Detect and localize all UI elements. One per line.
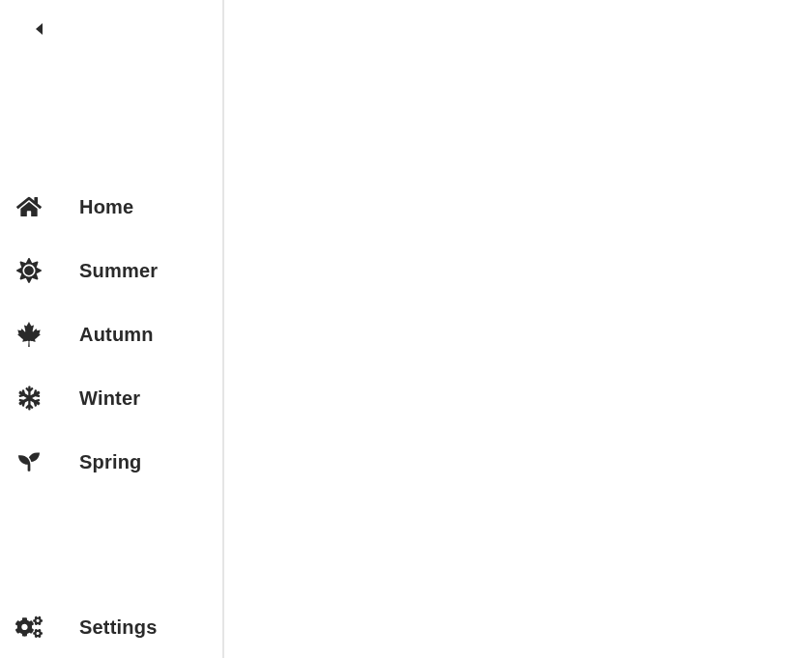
home-icon xyxy=(15,193,43,220)
sun-icon xyxy=(15,257,43,284)
cogs-icon xyxy=(15,614,43,641)
collapse-sidebar-button[interactable] xyxy=(15,17,44,41)
sidebar-item-autumn[interactable]: Autumn xyxy=(15,321,222,348)
sidebar-item-label: Home xyxy=(79,196,133,218)
sidebar-footer: Settings xyxy=(15,614,222,641)
leaf-icon xyxy=(15,321,43,348)
sidebar-item-spring[interactable]: Spring xyxy=(15,448,222,475)
snowflake-icon xyxy=(15,385,43,412)
sidebar: Home Summer Autumn W xyxy=(0,0,224,658)
chevron-left-icon xyxy=(25,15,52,43)
sidebar-item-label: Summer xyxy=(79,260,158,282)
sidebar-item-label: Autumn xyxy=(79,324,154,346)
sidebar-item-winter[interactable]: Winter xyxy=(15,385,222,412)
main-content xyxy=(224,0,812,658)
sidebar-item-label: Winter xyxy=(79,387,140,410)
sidebar-item-home[interactable]: Home xyxy=(15,193,222,220)
sidebar-nav: Home Summer Autumn W xyxy=(15,193,222,475)
sidebar-item-label: Spring xyxy=(79,451,142,473)
seedling-icon xyxy=(15,448,43,475)
sidebar-item-settings[interactable]: Settings xyxy=(15,614,222,641)
sidebar-item-summer[interactable]: Summer xyxy=(15,257,222,284)
sidebar-item-label: Settings xyxy=(79,616,158,639)
